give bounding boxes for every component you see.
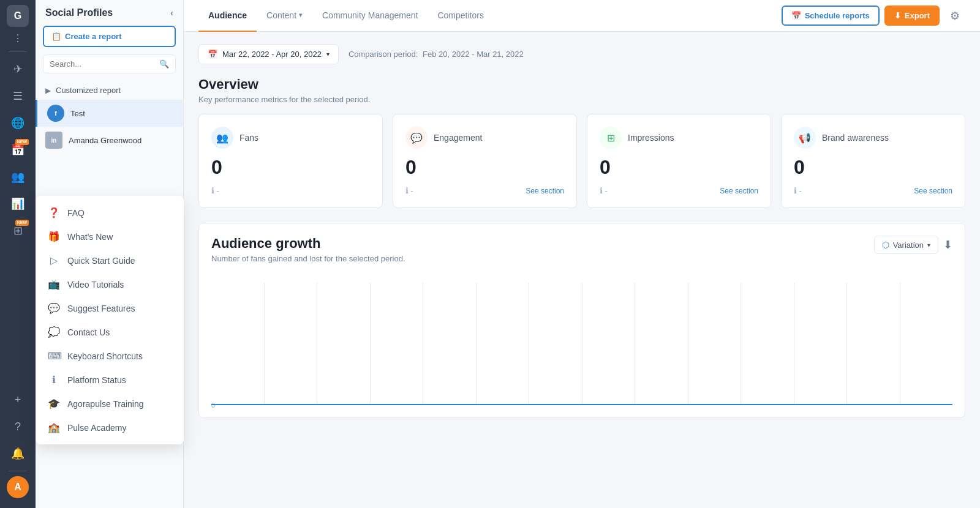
customized-report-item[interactable]: ▶ Customized report — [36, 81, 183, 100]
variation-dropdown-icon: ▾ — [927, 242, 930, 248]
profile-item-test[interactable]: f Test — [36, 100, 183, 127]
quick-start-icon: ▷ — [48, 255, 60, 266]
chart-column — [794, 283, 848, 405]
download-chart-button[interactable]: ⬇ — [943, 238, 952, 252]
agorapulse-training-menu-item[interactable]: 🎓 Agorapulse Training — [36, 392, 184, 416]
quick-start-menu-item[interactable]: ▷ Quick Start Guide — [36, 248, 184, 272]
growth-controls: ⬡ Variation ▾ ⬇ — [874, 236, 952, 254]
divider — [9, 51, 27, 52]
growth-title-block: Audience growth Number of fans gained an… — [211, 236, 405, 273]
info-icon-3: ℹ - — [600, 186, 608, 195]
platform-status-menu-item[interactable]: ℹ Platform Status — [36, 368, 184, 392]
help-nav-icon[interactable]: ? — [6, 414, 30, 439]
tab-community-management[interactable]: Community Management — [312, 0, 428, 32]
globe-nav-icon[interactable]: 🌐 — [6, 111, 30, 135]
info-icon: ℹ - — [211, 186, 219, 195]
impressions-see-section[interactable]: See section — [720, 187, 758, 195]
overview-section: Overview Key performance metrics for the… — [198, 77, 965, 208]
brand-value: 0 — [794, 156, 952, 179]
engagement-value: 0 — [405, 156, 564, 179]
send-nav-icon[interactable]: ✈ — [6, 57, 30, 81]
overview-subtitle: Key performance metrics for the selected… — [198, 95, 965, 104]
contact-us-menu-item[interactable]: 💭 Contact Us — [36, 320, 184, 344]
suggest-features-menu-item[interactable]: 💬 Suggest Features — [36, 296, 184, 320]
brand-awareness-metric-card: 📢 Brand awareness 0 ℹ - See section — [781, 114, 965, 208]
platform-status-icon: ℹ — [48, 374, 60, 386]
fans-footer: ℹ - — [211, 186, 370, 195]
impressions-icon: ⊞ — [600, 127, 622, 149]
report-icon: 📋 — [51, 32, 61, 41]
bell-nav-icon[interactable]: 🔔 — [6, 441, 30, 466]
whats-new-menu-item[interactable]: 🎁 What's New — [36, 225, 184, 248]
video-tutorials-icon: 📺 — [48, 278, 60, 290]
info-icon-2: ℹ - — [405, 186, 413, 195]
pulse-academy-menu-item[interactable]: 🏫 Pulse Academy — [36, 416, 184, 439]
content-dropdown-icon: ▾ — [299, 11, 303, 19]
engagement-see-section[interactable]: See section — [526, 187, 564, 195]
pulse-academy-icon: 🏫 — [48, 422, 60, 433]
keyboard-shortcuts-menu-item[interactable]: ⌨ Keyboard Shortcuts — [36, 344, 184, 368]
chart-column — [371, 283, 424, 405]
tab-audience[interactable]: Audience — [198, 0, 257, 32]
chart-baseline — [211, 404, 952, 405]
icon-bar: G ⋮ ✈ ☰ 🌐 📅 NEW 👥 📊 ⊞ NEW + ? 🔔 A — [0, 0, 36, 508]
brand-footer: ℹ - See section — [794, 186, 952, 195]
profile-avatar-amanda: in — [45, 132, 62, 149]
chart-column — [423, 283, 477, 405]
engagement-footer: ℹ - See section — [405, 186, 564, 195]
tab-content[interactable]: Content ▾ — [257, 0, 312, 32]
contact-us-icon: 💭 — [48, 326, 60, 338]
variation-icon: ⬡ — [882, 240, 889, 250]
dots-menu-button[interactable]: ⋮ — [9, 29, 26, 47]
chart-zero-label: 0 — [211, 402, 215, 409]
main-content: Audience Content ▾ Community Management … — [184, 0, 980, 508]
new-badge-2: NEW — [15, 220, 29, 226]
top-nav: Audience Content ▾ Community Management … — [184, 0, 980, 32]
chart-column — [477, 283, 530, 405]
search-input[interactable] — [50, 59, 156, 69]
chart-nav-icon[interactable]: 📊 — [6, 192, 30, 216]
date-range-picker[interactable]: 📅 Mar 22, 2022 - Apr 20, 2022 ▾ — [198, 44, 339, 64]
chart-column — [741, 283, 794, 405]
date-bar: 📅 Mar 22, 2022 - Apr 20, 2022 ▾ Comparis… — [198, 44, 965, 64]
chart-grid — [211, 283, 952, 405]
chart-container: 0 — [211, 283, 952, 405]
metric-header-impressions: ⊞ Impressions — [600, 127, 758, 149]
sidebar-collapse-icon[interactable]: ‹ — [170, 8, 173, 18]
schedule-reports-button[interactable]: 📅 Schedule reports — [782, 6, 880, 26]
whats-new-icon: 🎁 — [48, 231, 60, 242]
faq-menu-item[interactable]: ❓ FAQ — [36, 201, 184, 225]
metrics-grid: 👥 Fans 0 ℹ - 💬 Engagement 0 — [198, 114, 965, 208]
user-avatar[interactable]: G — [7, 5, 29, 27]
create-report-button[interactable]: 📋 Create a report — [43, 26, 176, 47]
engagement-metric-card: 💬 Engagement 0 ℹ - See section — [393, 114, 577, 208]
tab-competitors[interactable]: Competitors — [428, 0, 493, 32]
fans-value: 0 — [211, 156, 370, 179]
settings-gear-button[interactable]: ⚙ — [944, 6, 965, 26]
suggest-features-icon: 💬 — [48, 302, 60, 314]
user-profile-avatar[interactable]: A — [7, 476, 29, 498]
search-icon: 🔍 — [159, 59, 169, 69]
metric-header-fans: 👥 Fans — [211, 127, 370, 149]
chart-column — [529, 283, 582, 405]
plus-nav-icon[interactable]: + — [6, 387, 30, 412]
brand-icon: 📢 — [794, 127, 816, 149]
export-button[interactable]: ⬇ Export — [884, 6, 940, 26]
variation-select[interactable]: ⬡ Variation ▾ — [874, 236, 938, 254]
search-bar[interactable]: 🔍 — [43, 54, 176, 73]
fans-icon: 👥 — [211, 127, 233, 149]
calendar-nav-icon[interactable]: 📅 NEW — [6, 138, 30, 162]
grid-nav-icon[interactable]: ⊞ NEW — [6, 219, 30, 243]
people-nav-icon[interactable]: 👥 — [6, 165, 30, 189]
info-icon-4: ℹ - — [794, 186, 802, 195]
chart-column — [211, 283, 265, 405]
agorapulse-training-icon: 🎓 — [48, 398, 60, 409]
brand-see-section[interactable]: See section — [914, 187, 952, 195]
video-tutorials-menu-item[interactable]: 📺 Video Tutorials — [36, 272, 184, 296]
profile-item-amanda[interactable]: in Amanda Greenwood — [36, 127, 183, 154]
sidebar-title: Social Profiles ‹ — [36, 7, 183, 26]
growth-title: Audience growth — [211, 236, 405, 252]
help-menu: ❓ FAQ 🎁 What's New ▷ Quick Start Guide 📺… — [36, 196, 184, 444]
divider-bottom — [9, 471, 27, 471]
inbox-nav-icon[interactable]: ☰ — [6, 84, 30, 108]
